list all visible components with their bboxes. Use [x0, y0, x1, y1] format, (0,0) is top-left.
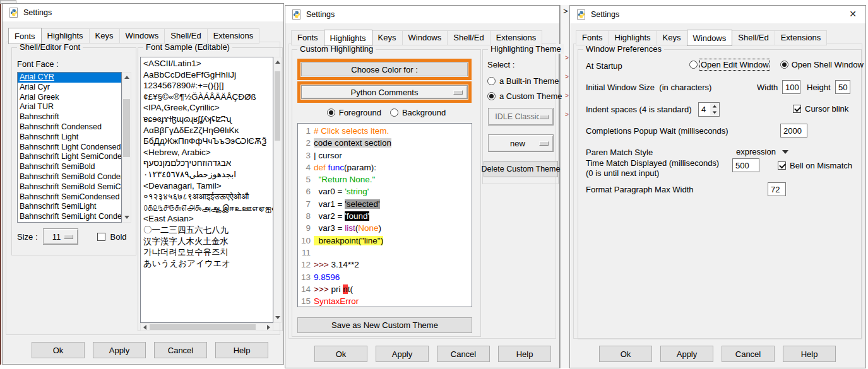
code-segment-keyword[interactable]: None: [358, 223, 378, 233]
tab-extensions[interactable]: Extensions: [775, 30, 828, 45]
code-segment-string[interactable]: 'string': [345, 187, 369, 196]
code-segment-normal[interactable]: var2 =: [314, 211, 345, 221]
apply-button[interactable]: Apply: [93, 342, 146, 358]
bell-on-mismatch-checkbox[interactable]: [778, 161, 786, 170]
code-segment-context[interactable]: code context section: [314, 138, 391, 148]
background-radio[interactable]: [390, 108, 398, 117]
font-list-item[interactable]: Arial TUR: [18, 102, 121, 112]
code-segment-console[interactable]: >>>: [314, 260, 329, 269]
title-bar[interactable]: Settings ✕: [570, 6, 865, 23]
help-button[interactable]: Help: [783, 346, 836, 362]
code-segment-normal[interactable]: | cursor: [314, 151, 342, 160]
code-segment-hit[interactable]: 'found': [345, 211, 369, 221]
height-input[interactable]: 50: [835, 80, 850, 94]
code-segment-normal[interactable]: var0 =: [314, 187, 345, 196]
font-list-item[interactable]: Bahnschrift SemiBold: [18, 162, 121, 172]
code-segment-console[interactable]: >>>: [314, 284, 329, 294]
tab-windows[interactable]: Windows: [687, 30, 733, 46]
font-list-item[interactable]: Bahnschrift Light Condensed: [18, 143, 121, 153]
tab-keys[interactable]: Keys: [657, 30, 687, 45]
highlight-sample-line[interactable]: 1# Click selects item.: [299, 125, 472, 137]
code-segment-normal[interactable]: t(: [348, 284, 353, 294]
completions-wait-input[interactable]: 2000: [780, 124, 807, 138]
delete-custom-theme-button[interactable]: Delete Custom Theme: [484, 161, 558, 177]
scroll-up-icon[interactable]: [124, 76, 129, 79]
tab-highlights[interactable]: Highlights: [324, 30, 372, 46]
width-input[interactable]: 100: [782, 80, 800, 94]
highlight-sample-line[interactable]: 4def func(param):: [299, 161, 472, 173]
tab-shell-ed[interactable]: Shell/Ed: [164, 28, 207, 44]
code-segment-comment[interactable]: # Click selects item.: [314, 126, 389, 136]
highlight-sample-line[interactable]: 12>>> 3.14**2: [299, 259, 472, 271]
tab-extensions[interactable]: Extensions: [490, 30, 543, 45]
highlight-sample-line[interactable]: 5 "Return None.": [299, 173, 472, 185]
highlight-sample-line[interactable]: 10 breakpoint("line"): [299, 235, 472, 247]
font-list-scrollbar[interactable]: [122, 72, 131, 223]
font-list-item[interactable]: Bahnschrift Light: [18, 132, 121, 143]
scrollbar-thumb[interactable]: [275, 71, 280, 141]
tab-extensions[interactable]: Extensions: [207, 28, 260, 44]
tab-highlights[interactable]: Highlights: [41, 28, 90, 44]
code-segment-normal[interactable]: ): [378, 223, 381, 233]
code-segment-normal[interactable]: var1 =: [314, 199, 345, 209]
custom-theme-radio[interactable]: [487, 92, 496, 100]
code-segment-normal[interactable]: [314, 175, 319, 184]
highlight-sample-line[interactable]: 15SyntaxError: [299, 295, 472, 307]
highlight-sample-line[interactable]: 2code context section: [299, 137, 472, 149]
font-list-item[interactable]: Bahnschrift Condensed: [18, 122, 121, 132]
highlight-sample-line[interactable]: 8 var2 = 'found': [299, 210, 472, 222]
spin-down-icon[interactable]: [713, 112, 716, 114]
font-list-item[interactable]: Bahnschrift SemiBold Condensed: [18, 172, 121, 182]
code-segment-normal[interactable]: 3.14**2: [329, 260, 359, 269]
code-segment-break[interactable]: breakpoint("line"): [314, 236, 383, 245]
builtin-theme-radio[interactable]: [487, 77, 496, 85]
format-max-width-input[interactable]: 72: [768, 182, 786, 196]
code-segment-definition[interactable]: func: [328, 163, 345, 172]
scroll-down-icon[interactable]: [124, 216, 129, 219]
tab-keys[interactable]: Keys: [372, 30, 403, 45]
sample-horizontal-scrollbar[interactable]: [140, 323, 273, 331]
open-edit-window-radio[interactable]: [689, 61, 698, 69]
code-segment-keyword[interactable]: def: [314, 163, 326, 172]
code-segment-stderr[interactable]: SyntaxError: [314, 296, 359, 306]
font-list-item[interactable]: Bahnschrift SemiBold SemiCondensed: [18, 182, 121, 192]
bold-checkbox[interactable]: [97, 233, 105, 241]
font-list-item[interactable]: Bahnschrift: [18, 112, 121, 122]
title-bar[interactable]: Settings: [285, 6, 559, 23]
tab-fonts[interactable]: Fonts: [8, 28, 42, 44]
tab-shell-ed[interactable]: Shell/Ed: [447, 30, 490, 45]
help-button[interactable]: Help: [215, 342, 268, 358]
font-list-item[interactable]: Bahnschrift SemiCondensed: [18, 192, 121, 202]
help-button[interactable]: Help: [498, 346, 551, 362]
highlight-sample-line[interactable]: 11: [299, 247, 472, 259]
highlight-sample-line[interactable]: 6 var0 = 'string': [299, 185, 472, 197]
scroll-down-icon[interactable]: [275, 316, 280, 319]
highlight-target-dropdown[interactable]: Python Comments: [301, 85, 468, 99]
cancel-button[interactable]: Cancel: [437, 346, 490, 362]
code-segment-stdout[interactable]: 9.8596: [314, 272, 340, 282]
indent-spinbox[interactable]: 4: [698, 102, 720, 117]
font-sample-textarea[interactable]: <ASCII/Latin1>AaBbCcDdEeFfGgHhIiJj123456…: [140, 57, 273, 323]
choose-color-button[interactable]: Choose Color for :: [301, 62, 468, 76]
custom-theme-dropdown[interactable]: new: [488, 134, 554, 152]
font-size-dropdown[interactable]: 11: [43, 228, 78, 245]
tab-fonts[interactable]: Fonts: [291, 30, 324, 45]
code-segment-normal[interactable]: pri: [329, 284, 343, 294]
foreground-radio[interactable]: [327, 108, 335, 117]
tab-fonts[interactable]: Fonts: [576, 30, 609, 45]
sample-vertical-scrollbar[interactable]: [273, 57, 282, 323]
cancel-button[interactable]: Cancel: [154, 342, 207, 358]
scroll-right-icon[interactable]: [267, 325, 270, 330]
close-icon[interactable]: ✕: [849, 9, 857, 19]
tab-windows[interactable]: Windows: [119, 28, 165, 44]
highlight-sample-line[interactable]: 3| cursor: [299, 149, 472, 161]
paren-match-style-dropdown[interactable]: expression: [736, 147, 788, 156]
spin-up-icon[interactable]: [713, 105, 716, 108]
font-list-item[interactable]: Bahnschrift Light SemiCondensed: [18, 152, 121, 162]
scroll-up-icon[interactable]: [275, 61, 280, 64]
code-segment-hilite[interactable]: 'selected': [345, 199, 379, 209]
code-segment-builtin[interactable]: list: [345, 223, 355, 233]
cursor-blink-checkbox[interactable]: [793, 105, 801, 113]
ok-button[interactable]: Ok: [314, 346, 367, 362]
apply-button[interactable]: Apply: [660, 346, 713, 362]
